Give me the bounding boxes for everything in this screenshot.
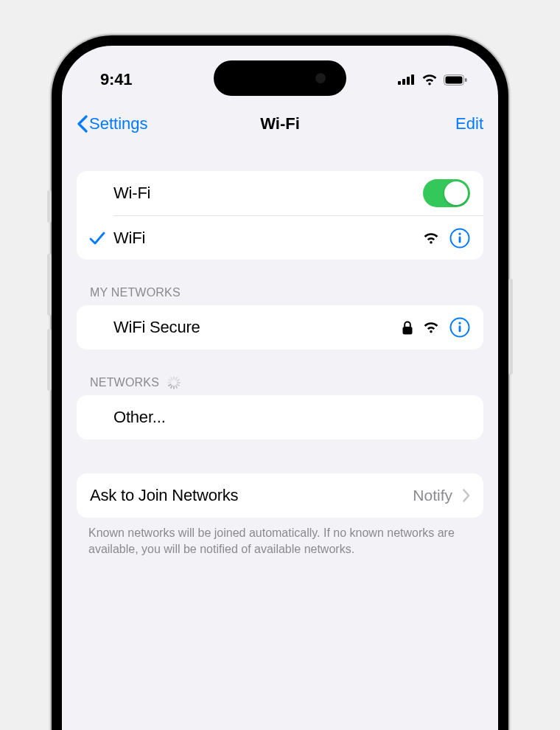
status-time: 9:41 [100, 70, 132, 89]
svg-rect-9 [459, 236, 461, 243]
screen: 9:41 [62, 46, 498, 730]
page-title: Wi-Fi [260, 114, 300, 133]
connected-network-row[interactable]: WiFi [113, 215, 483, 260]
edit-button[interactable]: Edit [455, 114, 483, 133]
my-networks-group: WiFi Secure [77, 305, 483, 350]
svg-rect-5 [446, 76, 463, 83]
wifi-toggle-label: Wi-Fi [113, 184, 423, 203]
other-network-row[interactable]: Other... [77, 395, 483, 439]
lock-icon [402, 321, 413, 335]
networks-header: Networks [90, 376, 470, 389]
svg-rect-0 [398, 81, 401, 85]
svg-point-12 [458, 322, 461, 324]
back-label: Settings [89, 114, 148, 133]
info-button[interactable] [449, 228, 470, 248]
battery-icon [444, 74, 467, 86]
ask-to-join-value: Notify [413, 487, 452, 504]
dynamic-island [214, 60, 346, 96]
chevron-right-icon [463, 489, 470, 502]
networks-header-label: Networks [90, 376, 159, 389]
networks-group: Other... [77, 395, 483, 439]
wifi-main-group: Wi-Fi WiFi [77, 171, 483, 260]
ask-to-join-footer: Known networks will be joined automatica… [88, 525, 472, 557]
network-row[interactable]: WiFi Secure [77, 305, 483, 350]
volume-up-button [47, 254, 52, 316]
checkmark-icon [87, 231, 108, 246]
wifi-status-icon [421, 74, 438, 86]
svg-rect-2 [407, 77, 410, 85]
info-button[interactable] [449, 317, 470, 338]
ask-to-join-group: Ask to Join Networks Notify [77, 473, 483, 518]
connected-network-name: WiFi [113, 229, 423, 248]
svg-rect-6 [465, 78, 467, 82]
cellular-icon [398, 74, 416, 85]
svg-point-8 [458, 232, 461, 234]
volume-down-button [47, 329, 52, 391]
mute-switch [47, 190, 52, 223]
my-networks-header: My Networks [90, 286, 470, 299]
back-button[interactable]: Settings [77, 114, 148, 133]
wifi-toggle-row: Wi-Fi [77, 171, 483, 215]
other-network-label: Other... [113, 408, 470, 427]
wifi-toggle[interactable] [423, 179, 470, 207]
power-button [508, 279, 513, 375]
network-name: WiFi Secure [113, 318, 402, 337]
wifi-signal-icon [423, 321, 439, 333]
ask-to-join-label: Ask to Join Networks [90, 486, 413, 505]
svg-rect-1 [402, 79, 405, 85]
svg-rect-3 [411, 74, 414, 85]
wifi-signal-icon [423, 232, 439, 244]
phone-frame: 9:41 [52, 35, 508, 730]
chevron-left-icon [77, 115, 88, 133]
nav-bar: Settings Wi-Fi Edit [62, 103, 498, 145]
svg-rect-13 [459, 326, 461, 333]
ask-to-join-row[interactable]: Ask to Join Networks Notify [77, 473, 483, 518]
svg-rect-10 [403, 327, 413, 335]
spinner-icon [167, 376, 180, 389]
